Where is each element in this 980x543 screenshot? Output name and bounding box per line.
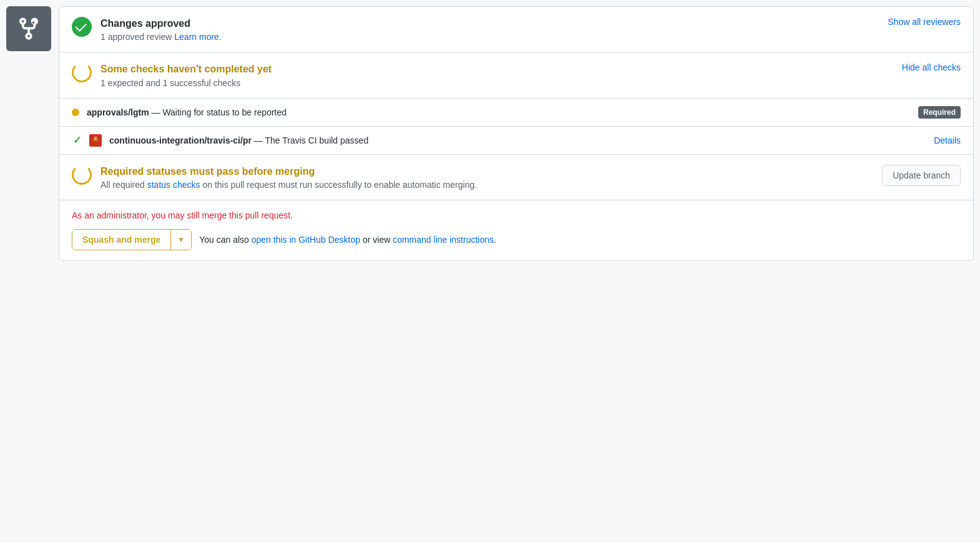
- travis-details-link[interactable]: Details: [934, 135, 961, 145]
- merge-info: You can also open this in GitHub Desktop…: [199, 235, 496, 245]
- required-section: Required statuses must pass before mergi…: [59, 155, 973, 200]
- checks-title: Some checks haven't completed yet: [100, 62, 889, 76]
- approved-icon: [72, 17, 92, 37]
- checks-pending-icon: [72, 62, 92, 82]
- travis-success-icon: ✓: [72, 134, 82, 146]
- sidebar-merge-icon: [6, 6, 51, 51]
- check-row-lgtm: approvals/lgtm — Waiting for status to b…: [59, 99, 973, 127]
- check-row-travis: ✓ continuous-integration/travis-ci/pr — …: [59, 127, 973, 155]
- approved-subtitle-text: 1 approved review: [100, 32, 174, 42]
- required-pending-icon: [72, 165, 92, 185]
- hide-all-checks-link[interactable]: Hide all checks: [902, 62, 961, 72]
- lgtm-check-text: approvals/lgtm — Waiting for status to b…: [87, 107, 911, 117]
- required-subtitle-prefix: All required: [100, 180, 147, 190]
- status-checks-link[interactable]: status checks: [147, 180, 200, 190]
- open-github-desktop-link[interactable]: open this in GitHub Desktop: [252, 235, 360, 245]
- lgtm-separator: —: [149, 107, 163, 117]
- approved-content: Changes approved 1 approved review Learn…: [100, 17, 875, 42]
- checks-subtitle: 1 expected and 1 successful checks: [100, 78, 889, 88]
- merge-info-middle: or view: [360, 235, 393, 245]
- approved-title: Changes approved: [100, 17, 875, 31]
- travis-avatar: [89, 134, 102, 147]
- approved-subtitle: 1 approved review Learn more.: [100, 32, 875, 42]
- show-all-reviewers-link[interactable]: Show all reviewers: [888, 17, 961, 27]
- merge-info-suffix: .: [494, 235, 496, 245]
- admin-notice: As an administrator, you may still merge…: [72, 210, 961, 220]
- squash-merge-main-button[interactable]: Squash and merge: [72, 230, 171, 250]
- lgtm-check-name: approvals/lgtm: [87, 107, 149, 117]
- travis-description: The Travis CI build passed: [265, 135, 368, 145]
- squash-merge-button-group: Squash and merge ▼: [72, 229, 192, 250]
- required-content: Required statuses must pass before mergi…: [100, 165, 870, 190]
- checks-section: Some checks haven't completed yet 1 expe…: [59, 52, 973, 98]
- required-subtitle: All required status checks on this pull …: [100, 180, 506, 190]
- command-line-instructions-link[interactable]: command line instructions: [393, 235, 494, 245]
- update-branch-button[interactable]: Update branch: [882, 165, 961, 186]
- merge-row: Squash and merge ▼ You can also open thi…: [72, 229, 961, 250]
- required-badge: Required: [918, 106, 961, 119]
- svg-point-2: [93, 138, 94, 139]
- main-panel: Changes approved 1 approved review Learn…: [59, 6, 974, 261]
- lgtm-description: Waiting for status to be reported: [162, 107, 287, 117]
- admin-section: As an administrator, you may still merge…: [59, 200, 973, 260]
- checks-content: Some checks haven't completed yet 1 expe…: [100, 62, 889, 87]
- travis-separator: —: [252, 135, 265, 145]
- travis-check-name: continuous-integration/travis-ci/pr: [109, 135, 252, 145]
- svg-point-3: [97, 138, 98, 139]
- lgtm-pending-dot: [72, 109, 79, 116]
- travis-check-text: continuous-integration/travis-ci/pr — Th…: [109, 135, 914, 145]
- required-left: Required statuses must pass before mergi…: [72, 165, 870, 190]
- required-title: Required statuses must pass before mergi…: [100, 165, 870, 179]
- learn-more-link[interactable]: Learn more.: [174, 32, 221, 42]
- merge-info-prefix: You can also: [199, 235, 252, 245]
- approved-section: Changes approved 1 approved review Learn…: [59, 7, 973, 52]
- required-subtitle-suffix: on this pull request must run successful…: [200, 180, 478, 190]
- squash-merge-dropdown-button[interactable]: ▼: [171, 230, 191, 250]
